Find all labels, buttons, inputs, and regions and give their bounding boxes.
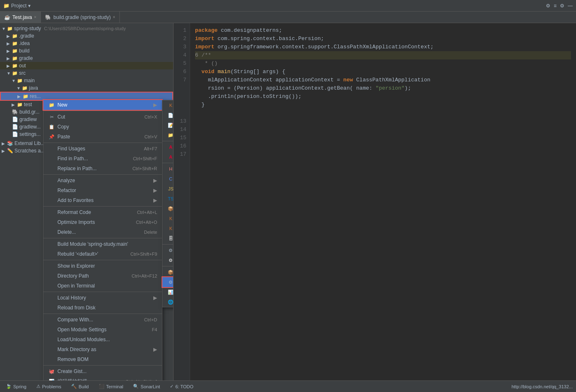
context-menu-copy[interactable]: 📋 Copy xyxy=(43,122,162,132)
submenu-ts[interactable]: TS TypeScript File xyxy=(162,194,174,204)
context-menu-mark-dir[interactable]: Mark Directory as ▶ xyxy=(43,344,162,354)
context-menu-analyze[interactable]: Analyze ▶ xyxy=(43,176,162,185)
tree-idea-dir[interactable]: ▶ 📁 .idea xyxy=(0,40,173,47)
tab-test-java[interactable]: ☕ Test.java × xyxy=(0,12,41,23)
test-folder-icon: 📁 xyxy=(17,102,23,107)
ctx-divider8 xyxy=(43,314,162,314)
context-menu-replace-path[interactable]: Replace in Path... Ctrl+Shift+R xyxy=(43,164,162,173)
tab-build-gradle[interactable]: 🐘 build.gradle (spring-study) × xyxy=(41,12,120,23)
submenu-file[interactable]: 📄 File xyxy=(162,110,174,120)
submenu-diagram[interactable]: 📊 Diagram xyxy=(162,287,174,297)
mybatis-icon: 🗄 xyxy=(167,235,174,242)
copy-icon: 📋 xyxy=(48,124,55,130)
bottom-tab-spring[interactable]: 🍃 Spring xyxy=(3,381,29,392)
bottom-tab-todo[interactable]: ✓ 6: TODO xyxy=(167,381,196,392)
context-menu-find-usages[interactable]: Find Usages Alt+F7 xyxy=(43,144,162,154)
bottom-tab-sonarlint[interactable]: 🔍 SonarLint xyxy=(131,381,162,392)
bottom-tab-build[interactable]: 🔨 Build xyxy=(69,381,91,392)
ctx-divider3 xyxy=(43,174,162,175)
java-icon: ☕ xyxy=(4,14,10,20)
context-menu-add-favorites[interactable]: Add to Favorites ▶ xyxy=(43,195,162,205)
submenu-angular-schema[interactable]: A Angular Schematic... xyxy=(162,152,174,162)
context-menu-refactor[interactable]: Refactor ▶ xyxy=(43,185,162,195)
layout-icon[interactable]: ≡ xyxy=(554,3,557,9)
minimize-icon[interactable]: — xyxy=(568,3,573,9)
code-text[interactable]: package com.designpatterns; import com.s… xyxy=(190,23,576,380)
submenu-kotlin-worksheet[interactable]: K Kotlin Worksheet xyxy=(162,223,174,233)
context-menu-local-history[interactable]: Local History ▶ xyxy=(43,293,162,303)
edit-templates-icon: ⚙ xyxy=(167,247,174,254)
project-label[interactable]: 📁 Project ▾ xyxy=(3,3,31,9)
tree-java-dir[interactable]: ▼ 📁 java xyxy=(0,84,173,92)
tree-main-dir[interactable]: ▼ 📁 main xyxy=(0,77,173,84)
problems-icon: ⚠ xyxy=(36,384,40,389)
submenu-js[interactable]: JS JavaScript File xyxy=(162,184,174,194)
build-folder-icon: 📁 xyxy=(12,48,18,54)
tree-build-dir[interactable]: ▶ 📁 build xyxy=(0,47,173,55)
submenu-editor-config[interactable]: ⚙ EditorConfig File xyxy=(162,255,174,265)
bottom-tab-terminal[interactable]: ⬛ Terminal xyxy=(96,381,126,392)
context-menu-find-path[interactable]: Find in Path... Ctrl+Shift+F xyxy=(43,154,162,164)
context-menu-optimize[interactable]: Optimize Imports Ctrl+Alt+O xyxy=(43,217,162,227)
settings-icon[interactable]: ⚙ xyxy=(560,3,564,9)
context-menu-delete[interactable]: Delete... Delete xyxy=(43,227,162,237)
resource-bundle-icon: 📦 xyxy=(167,269,174,276)
submenu-mybatis[interactable]: 🗄 MyBatisMapper xyxy=(162,233,174,243)
submenu-package-json[interactable]: 📦 package.json File xyxy=(162,204,174,214)
context-menu-create-gist[interactable]: 🐙 Create Gist... xyxy=(43,366,162,376)
tree-gradle-dir[interactable]: ▶ 📁 .gradle xyxy=(0,32,173,40)
folder-icon: 📁 xyxy=(3,3,10,9)
tree-out-dir[interactable]: ▶ 📁 out xyxy=(0,62,173,69)
context-menu: 📁 New ▶ K Kotlin File/Class 📄 File 📝 xyxy=(43,100,162,380)
submenu-xml-config[interactable]: ⚙ XML Configuration File ▶ 📄 JSP Tag Lib… xyxy=(162,277,174,287)
submenu-resource-bundle[interactable]: 📦 Resource Bundle xyxy=(162,267,174,277)
tab-close-test-java[interactable]: × xyxy=(34,15,36,19)
context-menu-load-unload[interactable]: Load/Unload Modules... xyxy=(43,335,162,344)
title-bar-icons: ⚙ ≡ ⚙ — xyxy=(546,3,573,9)
html-icon: H xyxy=(167,166,174,172)
gear-icon[interactable]: ⚙ xyxy=(546,3,550,9)
tree-src-dir[interactable]: ▼ 📁 src xyxy=(0,69,173,77)
context-menu-remove-bom[interactable]: Remove BOM xyxy=(43,354,162,364)
submenu-kotlin-script[interactable]: K Kotlin Script xyxy=(162,214,174,223)
context-menu-open-module[interactable]: Open Module Settings F4 xyxy=(43,325,162,335)
main-folder-icon: 📁 xyxy=(17,78,23,83)
root-folder-icon: 📁 xyxy=(7,26,13,31)
context-menu-build[interactable]: Build Module 'spring-study.main' xyxy=(43,239,162,249)
submenu-angular-dep[interactable]: A Angular Dependency... xyxy=(162,142,174,152)
context-menu-new[interactable]: 📁 New ▶ K Kotlin File/Class 📄 File 📝 xyxy=(43,100,162,110)
context-menu-encoding-scan[interactable]: 📊 编码规约扫描 Ctrl+Alt+Shift+J xyxy=(43,376,162,380)
context-menu-reformat[interactable]: Reformat Code Ctrl+Alt+L xyxy=(43,207,162,217)
submenu-stylesheet[interactable]: C Stylesheet xyxy=(162,174,174,184)
ctx-divider2 xyxy=(43,143,162,143)
gradle-icon: 🐘 xyxy=(45,14,51,20)
submenu-kotlin-file[interactable]: K Kotlin File/Class xyxy=(162,100,174,110)
context-menu-paste[interactable]: 📌 Paste Ctrl+V xyxy=(43,132,162,142)
context-menu-open-terminal[interactable]: Open in Terminal xyxy=(43,281,162,291)
submenu-directory[interactable]: 📁 Directory xyxy=(162,130,174,140)
code-editor[interactable]: 1 2 3 4 5 6 7 13 14 15 16 17 package com… xyxy=(174,23,576,380)
context-menu-show-explorer[interactable]: Show in Explorer xyxy=(43,261,162,271)
kotlin-script-icon: K xyxy=(167,215,174,222)
gradle-folder-icon: 📁 xyxy=(12,33,18,39)
ctx-divider7 xyxy=(43,292,162,292)
tab-close-build-gradle[interactable]: × xyxy=(113,15,115,19)
context-menu-reload[interactable]: Reload from Disk xyxy=(43,303,162,313)
context-menu-dir-path[interactable]: Directory Path Ctrl+Alt+F12 xyxy=(43,271,162,281)
submenu-edit-templates[interactable]: ⚙ Edit File Templates... xyxy=(162,245,174,255)
gradle-file-icon: 🐘 xyxy=(12,109,18,115)
out-folder-icon: 📁 xyxy=(12,63,18,69)
context-menu-cut[interactable]: ✂ Cut Ctrl+X xyxy=(43,112,162,122)
kotlin-worksheet-icon: K xyxy=(167,225,174,232)
submenu-html[interactable]: H HTML File xyxy=(162,164,174,174)
submenu-http-request[interactable]: 🌐 HTTP Request xyxy=(162,297,174,307)
submenu-scratch-file[interactable]: 📝 Scratch File Ctrl+Alt+Shift+Insert xyxy=(162,120,174,130)
idea-folder-icon: 📁 xyxy=(12,41,18,46)
tree-gradle-sub[interactable]: ▶ 📁 gradle xyxy=(0,55,173,62)
bottom-tab-problems[interactable]: ⚠ Problems xyxy=(34,381,64,392)
context-menu-rebuild[interactable]: Rebuild '<default>' Ctrl+Shift+F9 xyxy=(43,249,162,259)
title-bar: 📁 Project ▾ ⚙ ≡ ⚙ — xyxy=(0,0,576,12)
context-menu-compare[interactable]: Compare With... Ctrl+D xyxy=(43,315,162,325)
tree-root[interactable]: ▼ 📁 spring-study C:\Users\92588\Document… xyxy=(0,25,173,32)
divider4 xyxy=(162,266,174,266)
